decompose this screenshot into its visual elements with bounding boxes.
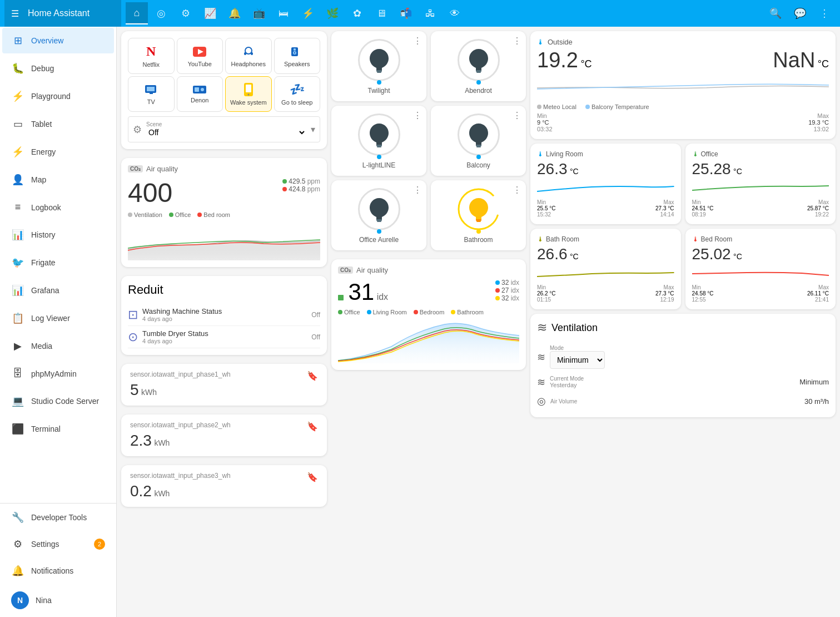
co2-2-icon: CO₂	[338, 266, 353, 274]
abendrot-more-icon[interactable]: ⋮	[513, 36, 521, 46]
scene-label: Scene	[146, 121, 306, 127]
nav-home[interactable]: ⌂	[126, 2, 148, 24]
office-aurelle-more-icon[interactable]: ⋮	[413, 185, 422, 195]
nav-monitor[interactable]: 🖥	[370, 2, 392, 24]
sidebar-label-media: Media	[31, 342, 52, 351]
sidebar-item-phpmyadmin[interactable]: 🗄 phpMyAdmin	[2, 361, 114, 386]
twilight-dot	[377, 80, 381, 85]
sidebar-item-logviewer[interactable]: 📋 Log Viewer	[2, 305, 114, 331]
balcony-more-icon[interactable]: ⋮	[513, 110, 521, 121]
sidebar-item-history[interactable]: 📊 History	[2, 222, 114, 248]
sidebar-item-tablet[interactable]: ▭ Tablet	[2, 111, 114, 137]
vent-mode-row: ≋ Mode Minimum Auto Maximum Off	[537, 342, 829, 372]
light-office-aurelle[interactable]: ⋮ Office Aurelle	[331, 180, 426, 250]
reduit-washing-machine: ⊡ Washing Machine Status 4 days ago Off	[128, 304, 320, 326]
netflix-button[interactable]: N Netflix	[128, 38, 175, 74]
ventilation-card: ≋ Ventilation ≋ Mode Minimum Auto Maximu…	[530, 314, 836, 417]
sidebar-item-energy[interactable]: ⚡ Energy	[2, 139, 114, 165]
sensor3-bookmark-icon: 🔖	[307, 472, 318, 482]
vent-mode-select[interactable]: Minimum Auto Maximum Off	[550, 351, 605, 369]
aq2-chart	[338, 319, 519, 363]
denon-button[interactable]: Denon	[177, 76, 223, 112]
sidebar-item-overview[interactable]: ⊞ Overview	[2, 28, 114, 53]
sidebar-item-devtools[interactable]: 🔧 Developer Tools	[2, 505, 114, 530]
office-room-label: Office	[701, 150, 718, 158]
reduit-title: Reduit	[128, 283, 320, 297]
svg-rect-3	[244, 52, 246, 55]
sidebar-item-studiocode[interactable]: 💻 Studio Code Server	[2, 388, 114, 414]
sleep-button[interactable]: 💤 Go to sleep	[274, 76, 321, 112]
sidebar-item-grafana[interactable]: 📊 Grafana	[2, 278, 114, 303]
lightline-more-icon[interactable]: ⋮	[413, 110, 422, 121]
tv-button[interactable]: TV	[128, 76, 175, 112]
vent-mode-label: Mode	[550, 345, 829, 351]
youtube-button[interactable]: YouTube	[177, 38, 223, 74]
wake-button[interactable]: Wake system	[225, 76, 272, 112]
nav-chart[interactable]: 📈	[199, 2, 221, 24]
vent-current-icon: ≋	[537, 376, 545, 388]
sidebar-item-user[interactable]: N Nina	[2, 585, 114, 616]
sidebar-item-terminal[interactable]: ⬛ Terminal	[2, 416, 114, 442]
ventilation-title: ≋ Ventilation	[537, 320, 829, 335]
sidebar-item-map[interactable]: 👤 Map	[2, 167, 114, 192]
sidebar-item-playground[interactable]: ⚡ Playground	[2, 83, 114, 109]
aq2-unit: idx	[377, 292, 388, 302]
ba-max-label: Max	[605, 284, 674, 290]
nav-sensors[interactable]: ◎	[150, 2, 172, 24]
sidebar-item-logbook[interactable]: ≡ Logbook	[2, 195, 114, 220]
outside-temp1: 19.2 °C	[537, 48, 592, 72]
nav-bed[interactable]: 🛏	[272, 2, 295, 24]
sensor1-value: 5	[130, 381, 139, 398]
media-buttons-grid: N Netflix YouTube	[128, 38, 320, 112]
scene-select[interactable]: Off Morning Evening Night	[146, 127, 306, 137]
living-room-icon: 🌡	[537, 150, 544, 158]
hamburger-icon[interactable]: ☰	[11, 8, 19, 19]
chat-icon[interactable]: 💬	[789, 2, 811, 24]
light-bathroom[interactable]: ⋮ Bathroom	[431, 180, 526, 250]
sidebar-item-media[interactable]: ▶ Media	[2, 333, 114, 359]
sidebar-item-notifications[interactable]: 🔔 Notifications	[2, 558, 114, 584]
bathroom-dot	[476, 229, 481, 234]
headphones-button[interactable]: Headphones	[225, 38, 272, 74]
sidebar-item-frigate[interactable]: 🐦 Frigate	[2, 250, 114, 275]
nav-inbox[interactable]: 📬	[395, 2, 417, 24]
nav-sliders[interactable]: ⚙	[175, 2, 197, 24]
speakers-button[interactable]: Speakers	[274, 38, 321, 74]
bath-temp-row: 26.6 °C	[537, 245, 674, 263]
nav-flower[interactable]: ✿	[346, 2, 368, 24]
sensor-phase3-card: sensor.iotawatt_input_phase3_wh 🔖 0.2 kW…	[121, 465, 327, 507]
search-icon[interactable]: 🔍	[764, 2, 787, 24]
sensor1-name: sensor.iotawatt_input_phase1_wh	[130, 371, 231, 378]
svg-point-17	[247, 94, 249, 96]
ventilation-label: Ventilation	[551, 322, 598, 334]
nav-bolt[interactable]: ⚡	[297, 2, 319, 24]
sidebar-item-settings[interactable]: ⚙ Settings 2	[2, 531, 114, 557]
sensor3-unit: kWh	[154, 489, 170, 498]
be-min-time: 12:55	[692, 297, 761, 303]
balcony-label: Balcony	[466, 161, 490, 169]
nav-tv[interactable]: 📺	[248, 2, 270, 24]
nav-camera[interactable]: 👁	[444, 2, 466, 24]
nav-server[interactable]: 🖧	[419, 2, 441, 24]
twilight-more-icon[interactable]: ⋮	[413, 36, 422, 46]
sidebar-label-overview: Overview	[31, 36, 63, 45]
bed-room-label: Bed Room	[701, 235, 733, 243]
vent-air-icon: ◎	[537, 395, 546, 407]
aq2-value: 31	[348, 279, 374, 305]
sidebar-label-logbook: Logbook	[31, 203, 61, 212]
nav-plant[interactable]: 🌿	[321, 2, 344, 24]
light-balcony[interactable]: ⋮ Balcony	[431, 106, 526, 176]
vent-air-volume-row: ◎ Air Volume 30 m³/h	[537, 392, 829, 411]
more-icon[interactable]: ⋮	[813, 2, 836, 24]
light-lightline[interactable]: ⋮ L-lightLINE	[331, 106, 426, 176]
light-twilight[interactable]: ⋮ Twilight	[331, 31, 426, 101]
lr-min-label: Min	[537, 199, 605, 205]
sidebar-item-debug[interactable]: 🐛 Debug	[2, 56, 114, 81]
light-abendrot[interactable]: ⋮ Abendrot	[431, 31, 526, 101]
bath-room-icon: 🌡	[537, 235, 544, 243]
bathroom-more-icon[interactable]: ⋮	[513, 185, 521, 195]
outside-title: 🌡 Outside	[537, 38, 829, 46]
abendrot-ring	[458, 39, 500, 81]
nav-bell[interactable]: 🔔	[223, 2, 246, 24]
outside-temp2-value: NaN	[773, 48, 815, 72]
